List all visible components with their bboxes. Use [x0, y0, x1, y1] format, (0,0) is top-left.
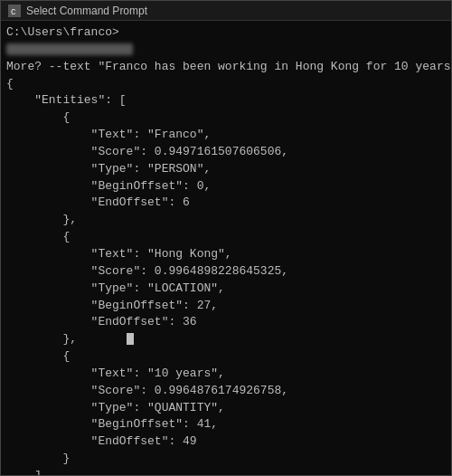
terminal-content: C:\Users\franco> More? --text "Franco ha… [6, 24, 446, 475]
output-line-17: { [6, 349, 70, 363]
output-line-9: }, [6, 213, 77, 226]
output-line-11: "Text": "Hong Kong", [6, 247, 232, 261]
output-line-7: "BeginOffset": 0, [6, 179, 211, 193]
output-line-14: "BeginOffset": 27, [6, 299, 218, 312]
output-line-1: { [6, 77, 14, 90]
output-line-22: "EndOffset": 49 [6, 434, 197, 448]
terminal-window: C Select Command Prompt C:\Users\franco>… [0, 0, 452, 476]
output-line-18: "Text": "10 years", [6, 367, 225, 380]
output-line-5: "Score": 0.9497161507606506, [6, 145, 288, 158]
cursor-block [127, 333, 134, 345]
output-line-19: "Score": 0.9964876174926758, [6, 384, 288, 397]
terminal-body[interactable]: C:\Users\franco> More? --text "Franco ha… [1, 21, 451, 475]
output-line-15: "EndOffset": 36 [6, 315, 197, 328]
prompt-line-1: C:\Users\franco> [6, 25, 119, 39]
output-line-24: ] [6, 469, 42, 475]
output-line-12: "Score": 0.9964898228645325, [6, 264, 288, 278]
output-line-6: "Type": "PERSON", [6, 162, 211, 176]
output-line-16: }, [6, 332, 134, 346]
output-line-21: "BeginOffset": 41, [6, 417, 218, 431]
output-line-10: { [6, 230, 70, 243]
command-output-line: More? --text "Franco has been working in… [6, 60, 451, 73]
blurred-content [6, 43, 133, 56]
terminal-icon: C [8, 5, 21, 17]
output-line-8: "EndOffset": 6 [6, 195, 190, 209]
title-bar: C Select Command Prompt [1, 1, 451, 21]
output-line-20: "Type": "QUANTITY", [6, 401, 225, 414]
output-line-13: "Type": "LOCATION", [6, 281, 225, 295]
svg-text:C: C [11, 8, 16, 15]
output-line-23: } [6, 452, 70, 465]
output-line-3: { [6, 110, 70, 124]
output-line-4: "Text": "Franco", [6, 128, 211, 141]
output-line-2: "Entities": [ [6, 93, 127, 107]
window-title: Select Command Prompt [26, 5, 147, 17]
